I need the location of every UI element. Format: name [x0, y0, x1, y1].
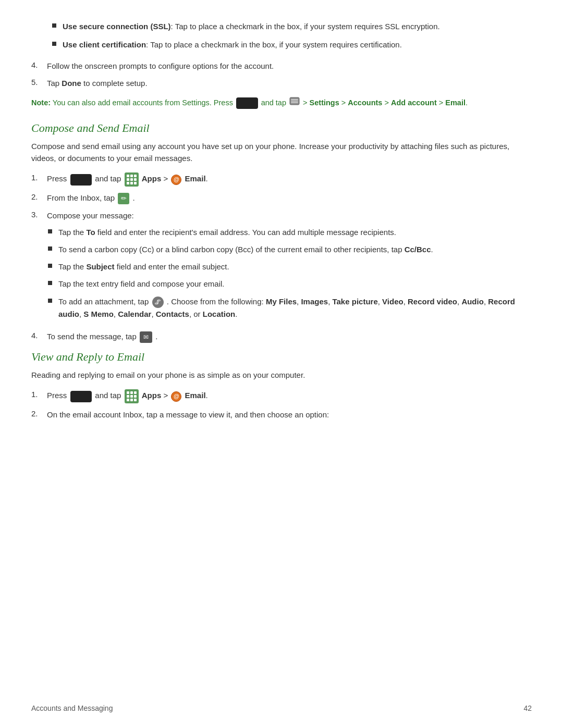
view-step-2-text: On the email account Inbox, tap a messag… — [47, 409, 329, 421]
num-5-label: 5. — [31, 77, 47, 87]
location-bold: Location — [203, 310, 236, 318]
view-intro: Reading and replying to email on your ph… — [31, 369, 532, 381]
video-bold: Video — [382, 297, 403, 306]
sub-bullet-attach-text: To add an attachment, tap 🖇 . Choose fro… — [58, 295, 532, 320]
compose-step-1-text: Press and tap Apps > — [47, 172, 208, 187]
sub-bullet-compose-text: Tap the text entry field and compose you… — [58, 278, 225, 290]
sub-bullet-cc-text: To send a carbon copy (Cc) or a blind ca… — [58, 243, 433, 255]
ccbcc-bold: Cc/Bcc — [405, 245, 431, 254]
press-label-1: Press — [47, 175, 69, 183]
view-step-1-text: Press and tap Apps > @ Email. — [47, 389, 208, 403]
sub-bullet-cc: To send a carbon copy (Cc) or a blind ca… — [48, 243, 532, 255]
bullet-item-ssl: Use secure connection (SSL): Tap to plac… — [52, 21, 532, 33]
compose-step-4-text: To send the message, tap ✉ . — [47, 330, 157, 343]
sub-bullet-attach: To add an attachment, tap 🖇 . Choose fro… — [48, 295, 532, 320]
send-period: . — [155, 332, 157, 341]
num-4-label: 4. — [31, 60, 47, 69]
record-video-bold: Record video — [408, 297, 457, 306]
compose-sub-bullets: Tap the To field and enter the recipient… — [48, 226, 532, 320]
attach-prefix: To add an attachment, tap — [58, 297, 151, 306]
sub-bullet-to: Tap the To field and enter the recipient… — [48, 226, 532, 238]
bullet-text-cert: Use client certification: Tap to place a… — [63, 39, 402, 51]
settings-button-pill — [236, 97, 258, 109]
send-icon: ✉ — [140, 331, 152, 343]
bullet-square-2 — [52, 42, 56, 46]
sub-bullet-subject-text: Tap the Subject field and enter the emai… — [58, 261, 229, 273]
view-steps: 1. Press and tap Apps > — [31, 389, 532, 421]
menu-icon — [289, 97, 300, 105]
compose-step-2-text: From the Inbox, tap ✏ . — [47, 192, 135, 204]
svg-rect-3 — [291, 102, 298, 103]
done-bold: Done — [62, 79, 81, 88]
svg-rect-2 — [291, 101, 298, 102]
sub-bullet-subject: Tap the Subject field and enter the emai… — [48, 261, 532, 273]
cert-rest: : Tap to place a checkmark in the box, i… — [146, 40, 402, 49]
numbered-item-5: 5. Tap Done to complete setup. — [31, 77, 532, 89]
attach-icon: 🖇 — [152, 297, 164, 308]
numbered-item-4: 4. Follow the onscreen prompts to config… — [31, 60, 532, 72]
sub-bullet-sq-3 — [48, 264, 52, 268]
note-text: You can also add email accounts from Set… — [53, 98, 235, 107]
compose-step-2-period: . — [132, 193, 134, 202]
sub-bullet-sq-5 — [48, 299, 52, 303]
apps-label-v1: Apps > — [142, 391, 170, 400]
email-icon-1: @ — [171, 175, 181, 185]
calendar-bold: Calendar — [118, 310, 151, 318]
compose-num-1: 1. — [31, 172, 47, 182]
compose-intro: Compose and send email using any account… — [31, 140, 532, 165]
compose-num-2: 2. — [31, 192, 47, 201]
note-and-tap: and tap — [261, 98, 288, 107]
sub-bullet-sq-1 — [48, 229, 52, 233]
take-picture-bold: Take picture — [332, 297, 377, 306]
compose-message-label: Compose your message: — [47, 211, 134, 220]
attach-list-bold: My Files — [266, 297, 297, 306]
note-prefix: Note: — [31, 98, 51, 107]
compose-num-3: 3. — [31, 209, 47, 219]
compose-step-4: 4. To send the message, tap ✉ . — [31, 330, 532, 343]
press-label-v1: Press — [47, 391, 69, 400]
note-line: Note: You can also add email accounts fr… — [31, 97, 532, 109]
view-step-2: 2. On the email account Inbox, tap a mes… — [31, 409, 532, 421]
num-4-text: Follow the onscreen prompts to configure… — [47, 60, 274, 72]
and-tap-1: and tap — [95, 175, 123, 183]
settings-bold: Settings — [310, 98, 339, 107]
compose-num-4: 4. — [31, 330, 47, 340]
footer-right: 42 — [523, 704, 532, 712]
note-settings: > Settings > Accounts > Add account > Em… — [303, 98, 468, 107]
apps-label-1: Apps > — [142, 175, 170, 183]
apps-grid-icon-v1 — [125, 389, 139, 403]
compose-step-3-text: Compose your message: Tap the To field a… — [47, 209, 532, 325]
subject-bold: Subject — [86, 262, 114, 271]
from-inbox-label: From the Inbox, tap — [47, 193, 117, 202]
view-step-1: 1. Press and tap Apps > — [31, 389, 532, 403]
page-footer: Accounts and Messaging 42 — [31, 704, 532, 712]
send-label: To send the message, tap — [47, 332, 139, 341]
bullet-text-ssl: Use secure connection (SSL): Tap to plac… — [63, 21, 440, 33]
contacts-bold: Contacts — [156, 310, 189, 318]
num-5-text: Tap Done to complete setup. — [47, 77, 148, 89]
bullet-square — [52, 23, 56, 28]
menu-icon-wrapper — [289, 97, 300, 108]
accounts-bold: Accounts — [348, 98, 382, 107]
view-num-2: 2. — [31, 409, 47, 418]
sub-bullet-sq-4 — [48, 281, 52, 285]
sub-bullet-compose: Tap the text entry field and compose you… — [48, 278, 532, 290]
ssl-rest: : Tap to place a checkmark in the box, i… — [171, 22, 440, 31]
compose-step-3: 3. Compose your message: Tap the To fiel… — [31, 209, 532, 325]
compose-pencil-icon: ✏ — [118, 193, 129, 204]
view-heading: View and Reply to Email — [31, 350, 532, 364]
apps-grid-icon-1 — [125, 172, 139, 187]
home-button-1 — [70, 174, 92, 186]
compose-step-2: 2. From the Inbox, tap ✏ . — [31, 192, 532, 204]
email-icon-v1: @ — [171, 391, 181, 402]
top-bullet-section: Use secure connection (SSL): Tap to plac… — [31, 21, 532, 51]
svg-rect-1 — [291, 99, 298, 100]
ssl-bold: Use secure connection (SSL) — [63, 22, 171, 31]
email-label-1: Email. — [185, 175, 208, 183]
email-label-v1: Email. — [185, 391, 208, 400]
images-bold: Images — [301, 297, 328, 306]
compose-heading: Compose and Send Email — [31, 121, 532, 135]
cert-bold: Use client certification — [63, 40, 146, 49]
and-tap-v1: and tap — [95, 391, 123, 400]
numbered-list-top: 4. Follow the onscreen prompts to config… — [31, 60, 532, 90]
